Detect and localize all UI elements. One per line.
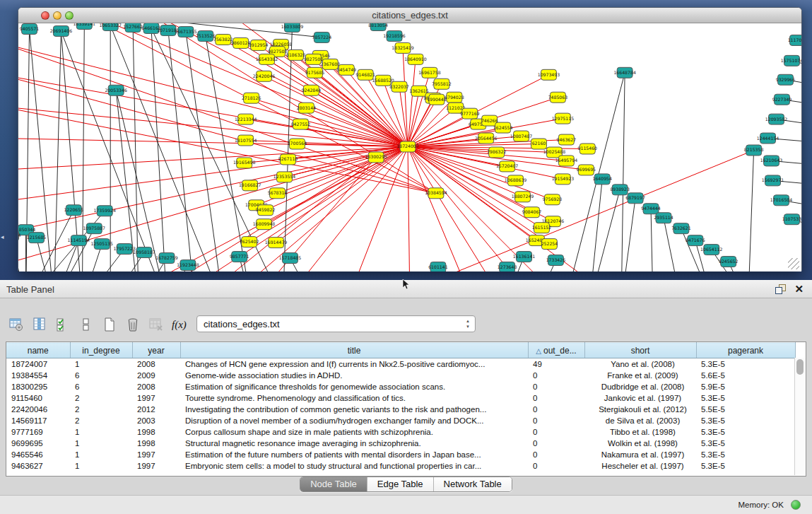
table-row[interactable]: 969969511998Structural magnetic resonanc… [6,438,795,449]
graph-node[interactable]: 1215685 [27,233,47,243]
graph-node[interactable]: 11145194 [68,235,90,246]
select-all-rows-icon[interactable] [54,315,72,334]
graph-node[interactable]: 11923448 [177,260,199,271]
graph-node[interactable]: 16809948 [253,219,275,230]
graph-node[interactable]: 9756928 [543,194,563,205]
graph-node[interactable]: 1107533 [782,214,801,225]
graph-node[interactable]: 8813054 [368,23,388,30]
graph-node[interactable]: 16210643 [760,156,782,166]
table-row[interactable]: 1938455462009Genome-wide association stu… [6,370,795,381]
graph-node[interactable]: 8938923 [610,185,630,195]
column-header-pagerank[interactable]: pagerank [696,343,795,358]
graph-node[interactable]: 2803144 [297,103,317,113]
graph-node[interactable]: 9084067 [522,207,542,218]
graph-node[interactable]: 19165498 [233,158,255,168]
graph-node[interactable]: 6101141 [428,262,448,271]
table-scrollbar-thumb[interactable] [796,359,804,375]
graph-node[interactable]: 10975887 [83,223,105,234]
deselect-rows-icon[interactable] [77,315,95,334]
graph-node[interactable]: 1117032 [788,35,801,45]
west-panel-collapse-icon[interactable]: ◂ [1,233,4,240]
graph-node[interactable]: 22420046 [253,71,275,81]
graph-node[interactable]: 9115460 [578,144,598,154]
graph-node[interactable]: 8471676 [686,235,705,246]
graph-node[interactable]: 19154923 [552,174,574,185]
tab-edge-table[interactable]: Edge Table [367,477,433,491]
graph-node[interactable]: 15751074 [781,55,801,66]
window-resize-grip[interactable] [788,258,799,269]
show-columns-icon[interactable] [30,315,49,334]
graph-node[interactable]: 1220655 [64,205,84,216]
graph-node[interactable]: 20691406 [50,25,72,36]
graph-node[interactable]: 7986322 [487,147,507,158]
graph-node[interactable]: 8427552 [291,119,311,129]
graph-node[interactable]: 1527662 [123,23,143,32]
graph-node[interactable]: 8454749 [337,64,357,75]
graph-node[interactable]: 16495794 [555,156,577,166]
tab-network-table[interactable]: Network Table [433,477,512,491]
graph-node[interactable]: 12213344 [235,114,257,124]
graph-node[interactable]: 10958187 [133,247,155,258]
table-row[interactable]: 1872400712008Changes of HCN gene express… [6,358,795,370]
tab-node-table[interactable]: Node Table [300,477,367,491]
graph-node[interactable]: 17957223 [113,244,135,255]
table-row[interactable]: 1830029562008Estimation of significance … [6,381,795,392]
graph-node[interactable]: 9860124 [231,37,251,48]
graph-node[interactable]: 20564456 [475,133,497,144]
graph-node[interactable]: 7485063 [548,92,568,103]
graph-node[interactable]: 9459822 [256,205,276,216]
new-column-icon[interactable] [100,315,119,334]
graph-node[interactable]: 9175685 [305,67,325,78]
close-panel-icon[interactable]: ✕ [794,283,804,296]
graph-node[interactable]: 7857224 [312,32,332,42]
graph-node[interactable]: 5678314 [268,188,288,199]
graph-node[interactable]: 7632621 [671,223,691,234]
graph-node[interactable]: 16033809 [281,23,303,32]
column-header-in_degree[interactable]: in_degree [70,343,132,358]
graph-node[interactable]: 8215358 [744,145,764,156]
graph-node[interactable]: 16671355 [175,26,196,37]
graph-node[interactable]: 19218596 [383,30,405,41]
table-row[interactable]: 946554611997Estimation of the future num… [6,449,795,460]
graph-node[interactable]: 6794028 [445,92,464,103]
graph-node[interactable]: 9857771 [230,252,249,262]
graph-node[interactable]: 1990448 [427,94,447,105]
graph-node[interactable]: 7513526 [196,30,216,41]
graph-node[interactable]: 18807249 [512,192,534,202]
graph-node[interactable]: 16782759 [155,253,177,264]
column-header-title[interactable]: title [180,343,528,358]
graph-node[interactable]: 10688639 [505,175,526,186]
graph-node[interactable]: 8267110 [278,154,298,165]
graph-node[interactable]: 9777169 [460,108,480,119]
graph-node[interactable]: 2718126 [242,93,261,103]
table-row[interactable]: 946362711997Embryonic stem cells: a mode… [6,460,795,472]
graph-node[interactable]: 16961758 [418,67,440,78]
graph-node[interactable]: 6879197 [625,193,645,204]
graph-node[interactable]: 12093582 [765,114,787,124]
network-canvas[interactable]: 1872400718300295940557120691406183391411… [18,23,801,271]
delete-table-icon[interactable] [147,315,165,334]
table-mode-icon[interactable] [7,315,25,334]
graph-node[interactable]: 18339141 [73,23,95,29]
function-builder-icon[interactable]: f(x) [172,319,187,331]
graph-node[interactable]: 1733426 [546,255,566,266]
column-header-name[interactable]: name [6,343,70,358]
graph-node[interactable]: 8912954 [249,40,269,50]
graph-node[interactable]: 12353554 [273,172,295,182]
graph-node[interactable]: 252254 [541,239,558,250]
delete-trash-icon[interactable] [124,315,142,334]
graph-node[interactable]: 1700564 [288,139,307,149]
graph-node[interactable]: 1615152 [532,223,552,233]
graph-node[interactable]: 7625402 [240,237,259,247]
graph-node[interactable]: 15720407 [496,161,518,172]
graph-node[interactable]: 16648784 [613,67,635,78]
graph-node[interactable]: 17359924 [94,206,116,216]
graph-node[interactable]: 12975115 [552,113,574,124]
graph-node[interactable]: 9245652 [719,257,739,267]
graph-node[interactable]: 17016504 [770,195,792,206]
graph-node[interactable]: 9242844 [302,85,322,95]
graph-node[interactable]: 18325419 [392,42,413,53]
graph-node[interactable]: 9227349 [772,94,792,105]
graph-node[interactable]: 10653327 [99,23,121,30]
graph-node[interactable]: 15692971 [762,175,784,186]
